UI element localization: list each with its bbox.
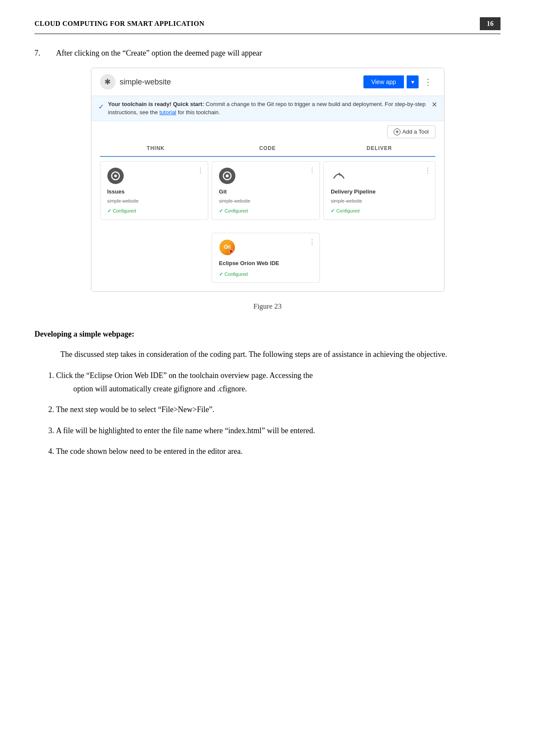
notification-icon: ✓ <box>98 101 104 112</box>
list-item-3-main: A file will be highlighted to enter the … <box>56 426 315 435</box>
tc-col-deliver-empty <box>323 228 435 283</box>
tc-col-think-empty <box>100 228 212 283</box>
figure-caption: Figure 23 <box>34 300 501 312</box>
category-think: THINK <box>100 140 212 157</box>
word-option: option <box>151 49 171 57</box>
step-7: 7. After clicking on the “Create” option… <box>34 47 501 59</box>
page-header: CLOUD COMPUTING FOR SMART APPLICATION 16 <box>34 17 501 34</box>
notification-text: Your toolchain is ready! Quick start: Co… <box>108 100 427 116</box>
tool-status-delivery: Configured <box>331 207 428 215</box>
toolchain-logo: ✱ <box>100 74 116 90</box>
list-item-1-main: Click the “Eclipse Orion Web IDE” on the… <box>56 371 313 380</box>
word-appear: appear <box>241 49 262 57</box>
view-app-button[interactable]: View app <box>363 75 404 88</box>
plus-circle-icon: + <box>394 128 400 135</box>
numbered-list: Click the “Eclipse Orion Web IDE” on the… <box>56 369 501 458</box>
card-menu-issues[interactable]: ⋮ <box>197 165 204 176</box>
word-clicking: clicking <box>74 49 99 57</box>
tool-card-orion[interactable]: ⋮ Ori Eclipse Orion Web IDE Configured <box>212 233 320 283</box>
card-menu-orion[interactable]: ⋮ <box>309 237 316 248</box>
add-tool-row: + Add a Tool <box>91 121 444 140</box>
list-item-1-sub: option will automatically create gifigno… <box>73 382 501 396</box>
list-item-2-main: The next step would be to select “File>N… <box>56 405 214 414</box>
notification-banner: ✓ Your toolchain is ready! Quick start: … <box>91 96 444 121</box>
toolchain-header: ✱ simple-website View app ▾ ⋮ <box>91 68 444 96</box>
add-tool-button[interactable]: + Add a Tool <box>387 125 435 138</box>
tc-tools-row2: ⋮ Ori Eclipse Orion Web IDE Configured <box>91 228 444 291</box>
tool-card-issues[interactable]: ⋮ Issues simple-website Configured <box>100 161 208 220</box>
tc-tools-row1: ⋮ Issues simple-website Configured ⋮ Git <box>91 157 444 228</box>
notification-bold: Your toolchain is ready! Quick start: <box>108 101 204 107</box>
screenshot-figure-23: ✱ simple-website View app ▾ ⋮ ✓ Your too… <box>91 68 444 292</box>
category-deliver: DELIVER <box>323 140 435 157</box>
tool-card-git[interactable]: ⋮ Git simple-website Configured <box>212 161 320 220</box>
orion-icon: Ori <box>219 239 235 256</box>
tool-name-issues: Issues <box>107 187 201 197</box>
svg-point-3 <box>225 174 228 177</box>
git-icon <box>219 168 235 184</box>
issues-icon <box>107 168 124 184</box>
tool-name-git: Git <box>219 187 313 197</box>
category-code: CODE <box>212 140 323 157</box>
word-the: the <box>111 49 120 57</box>
tutorial-link[interactable]: tutorial <box>160 109 176 116</box>
orion-logo: Ori <box>219 240 235 255</box>
tool-name-orion: Eclipse Orion Web IDE <box>219 259 313 268</box>
step-7-number: 7. <box>34 47 56 59</box>
body-paragraph: The discussed step takes in consideratio… <box>34 348 501 361</box>
tool-status-git: Configured <box>219 207 313 215</box>
tool-status-orion: Configured <box>219 271 313 278</box>
page-number: 16 <box>480 17 501 30</box>
list-item-4: The code shown below need to be entered … <box>56 445 501 458</box>
tool-sub-delivery: simple-website <box>331 197 428 205</box>
step-7-text: After clicking on the “Create” option th… <box>56 47 501 59</box>
more-options-button[interactable]: ⋮ <box>421 77 435 87</box>
card-menu-git[interactable]: ⋮ <box>309 165 316 176</box>
list-item-2: The next step would be to select “File>N… <box>56 403 501 416</box>
svg-point-1 <box>114 175 117 177</box>
card-menu-delivery[interactable]: ⋮ <box>424 165 432 176</box>
add-tool-label: Add a Tool <box>402 128 429 135</box>
tool-sub-issues: simple-website <box>107 197 201 205</box>
tc-header-right: View app ▾ ⋮ <box>363 75 435 88</box>
tc-categories: THINK CODE DELIVER <box>91 140 444 157</box>
view-app-caret-button[interactable]: ▾ <box>407 75 419 88</box>
logo-symbol: ✱ <box>104 76 111 88</box>
delivery-icon <box>331 168 347 184</box>
list-item-4-main: The code shown below need to be entered … <box>56 447 243 456</box>
toolchain-title: simple-website <box>120 76 171 88</box>
tool-card-delivery[interactable]: ⋮ Delivery Pipeline simple-website Confi… <box>323 161 435 220</box>
word-the2: the <box>173 49 183 57</box>
tool-sub-git: simple-website <box>219 197 313 205</box>
tc-header-left: ✱ simple-website <box>100 74 171 90</box>
tool-status-issues: Configured <box>107 207 201 215</box>
tool-name-delivery: Delivery Pipeline <box>331 187 428 197</box>
document-title: CLOUD COMPUTING FOR SMART APPLICATION <box>34 18 204 29</box>
notification-close-button[interactable]: ✕ <box>432 100 437 109</box>
list-item-3: A file will be highlighted to enter the … <box>56 424 501 437</box>
section-heading: Developing a simple webpage: <box>34 328 501 341</box>
list-item-1: Click the “Eclipse Orion Web IDE” on the… <box>56 369 501 395</box>
